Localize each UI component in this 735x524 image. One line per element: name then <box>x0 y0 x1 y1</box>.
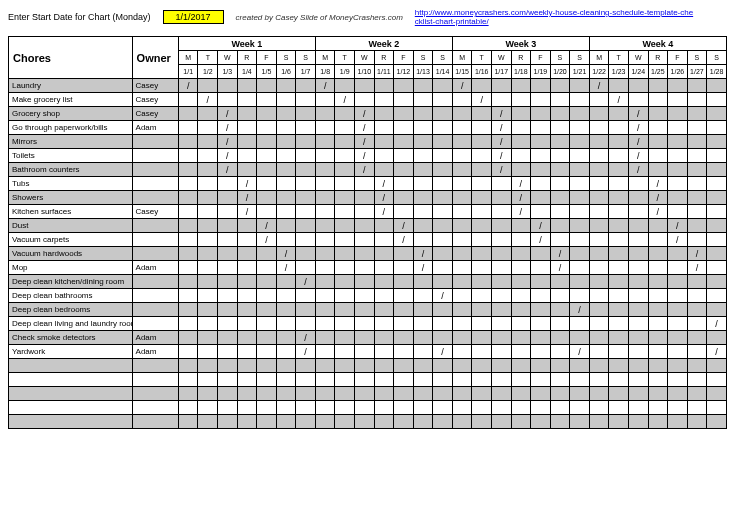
day-cell[interactable] <box>609 415 629 429</box>
day-cell[interactable] <box>178 163 198 177</box>
day-cell[interactable] <box>315 415 335 429</box>
day-cell[interactable]: / <box>355 163 375 177</box>
day-cell[interactable] <box>609 247 629 261</box>
day-cell[interactable] <box>315 205 335 219</box>
day-cell[interactable] <box>589 401 609 415</box>
day-cell[interactable] <box>198 121 218 135</box>
day-cell[interactable] <box>257 415 277 429</box>
day-cell[interactable]: / <box>355 149 375 163</box>
day-cell[interactable] <box>296 107 316 121</box>
day-cell[interactable] <box>237 387 257 401</box>
day-cell[interactable]: / <box>335 93 355 107</box>
owner-name-cell[interactable] <box>132 373 178 387</box>
day-cell[interactable] <box>218 275 238 289</box>
day-cell[interactable] <box>394 247 414 261</box>
day-cell[interactable] <box>491 205 511 219</box>
day-cell[interactable] <box>491 415 511 429</box>
day-cell[interactable] <box>648 247 668 261</box>
day-cell[interactable] <box>178 387 198 401</box>
day-cell[interactable] <box>472 149 492 163</box>
day-cell[interactable] <box>413 177 433 191</box>
day-cell[interactable] <box>237 163 257 177</box>
day-cell[interactable] <box>531 261 551 275</box>
day-cell[interactable] <box>472 107 492 121</box>
day-cell[interactable] <box>355 401 375 415</box>
day-cell[interactable] <box>335 107 355 121</box>
day-cell[interactable] <box>668 205 688 219</box>
day-cell[interactable] <box>472 205 492 219</box>
day-cell[interactable] <box>707 233 727 247</box>
day-cell[interactable] <box>452 149 472 163</box>
day-cell[interactable]: / <box>218 107 238 121</box>
day-cell[interactable] <box>472 233 492 247</box>
day-cell[interactable] <box>531 289 551 303</box>
day-cell[interactable] <box>628 401 648 415</box>
day-cell[interactable] <box>335 205 355 219</box>
owner-name-cell[interactable] <box>132 233 178 247</box>
day-cell[interactable] <box>707 93 727 107</box>
day-cell[interactable] <box>237 121 257 135</box>
day-cell[interactable] <box>335 135 355 149</box>
day-cell[interactable] <box>178 205 198 219</box>
day-cell[interactable]: / <box>296 275 316 289</box>
day-cell[interactable] <box>648 415 668 429</box>
day-cell[interactable] <box>550 205 570 219</box>
day-cell[interactable]: / <box>707 345 727 359</box>
day-cell[interactable] <box>218 317 238 331</box>
day-cell[interactable] <box>472 303 492 317</box>
day-cell[interactable] <box>648 345 668 359</box>
day-cell[interactable] <box>452 359 472 373</box>
day-cell[interactable] <box>394 149 414 163</box>
day-cell[interactable] <box>491 275 511 289</box>
day-cell[interactable]: / <box>218 163 238 177</box>
day-cell[interactable] <box>218 205 238 219</box>
owner-name-cell[interactable]: Adam <box>132 331 178 345</box>
day-cell[interactable] <box>648 233 668 247</box>
day-cell[interactable]: / <box>296 331 316 345</box>
day-cell[interactable] <box>218 191 238 205</box>
day-cell[interactable] <box>296 303 316 317</box>
day-cell[interactable] <box>609 163 629 177</box>
day-cell[interactable] <box>296 79 316 93</box>
day-cell[interactable] <box>687 149 707 163</box>
day-cell[interactable] <box>707 205 727 219</box>
day-cell[interactable] <box>570 93 590 107</box>
day-cell[interactable] <box>550 93 570 107</box>
day-cell[interactable] <box>276 331 296 345</box>
day-cell[interactable] <box>355 359 375 373</box>
day-cell[interactable]: / <box>315 79 335 93</box>
day-cell[interactable] <box>648 387 668 401</box>
day-cell[interactable] <box>628 359 648 373</box>
day-cell[interactable] <box>648 289 668 303</box>
day-cell[interactable] <box>276 163 296 177</box>
day-cell[interactable] <box>257 121 277 135</box>
day-cell[interactable] <box>668 401 688 415</box>
day-cell[interactable] <box>335 191 355 205</box>
day-cell[interactable]: / <box>648 191 668 205</box>
day-cell[interactable] <box>707 219 727 233</box>
day-cell[interactable] <box>668 289 688 303</box>
day-cell[interactable] <box>531 93 551 107</box>
day-cell[interactable] <box>198 303 218 317</box>
day-cell[interactable] <box>335 79 355 93</box>
day-cell[interactable] <box>315 373 335 387</box>
day-cell[interactable] <box>257 345 277 359</box>
day-cell[interactable] <box>315 149 335 163</box>
day-cell[interactable] <box>609 107 629 121</box>
day-cell[interactable] <box>257 387 277 401</box>
day-cell[interactable] <box>433 93 453 107</box>
day-cell[interactable] <box>628 387 648 401</box>
day-cell[interactable] <box>413 93 433 107</box>
day-cell[interactable] <box>550 345 570 359</box>
day-cell[interactable] <box>668 345 688 359</box>
day-cell[interactable] <box>511 93 531 107</box>
day-cell[interactable] <box>550 303 570 317</box>
day-cell[interactable] <box>491 93 511 107</box>
day-cell[interactable] <box>315 93 335 107</box>
day-cell[interactable] <box>257 289 277 303</box>
day-cell[interactable] <box>218 387 238 401</box>
day-cell[interactable] <box>198 191 218 205</box>
day-cell[interactable] <box>335 359 355 373</box>
day-cell[interactable] <box>296 415 316 429</box>
day-cell[interactable] <box>668 331 688 345</box>
